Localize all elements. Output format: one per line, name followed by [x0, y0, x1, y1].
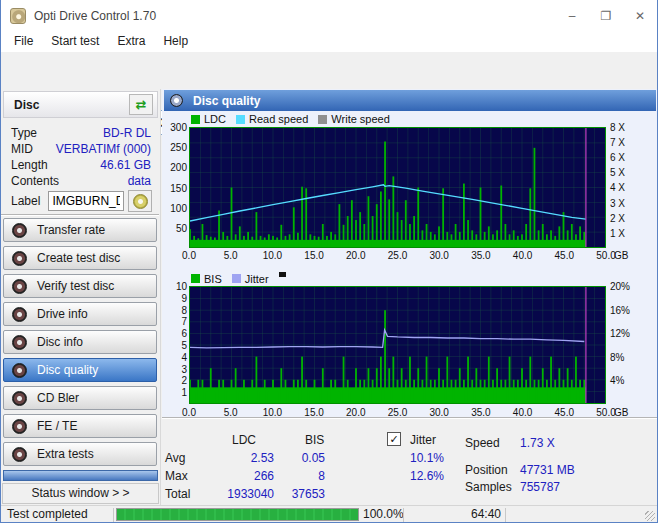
y-axis-tick: 8 X	[610, 122, 625, 133]
y-axis-tick: 200	[161, 162, 187, 173]
y-axis-tick: 250	[161, 142, 187, 153]
close-button[interactable]: ✕	[623, 1, 657, 31]
resize-grip[interactable]	[645, 511, 655, 521]
field-value: data	[128, 174, 151, 188]
disc-refresh-button[interactable]: ⇄	[129, 94, 153, 115]
cd-icon	[170, 94, 183, 107]
sidebar-item-fe-te[interactable]: FE / TE	[3, 414, 157, 438]
status-window-button[interactable]: Status window > >	[2, 483, 159, 504]
panel-title: Disc quality	[193, 94, 260, 108]
panel-header: Disc quality	[164, 90, 656, 111]
field-label: MID	[11, 142, 33, 156]
sidebar-item-verify-test-disc[interactable]: Verify test disc	[3, 274, 157, 298]
y-axis-tick: 50	[161, 223, 187, 234]
bis-jitter-chart	[189, 286, 606, 404]
sidebar-item-label: Disc info	[37, 335, 83, 349]
refresh-icon: ⇄	[136, 97, 147, 112]
minimize-button[interactable]: –	[555, 1, 589, 31]
field-value: 46.61 GB	[100, 158, 151, 172]
cd-icon	[12, 251, 27, 266]
app-icon	[10, 8, 26, 24]
sidebar-item-label: Transfer rate	[37, 223, 105, 237]
x-axis-tick: 30.0	[422, 250, 456, 261]
progress-fill	[117, 509, 358, 520]
sidebar-item-extra-tests[interactable]: Extra tests	[3, 442, 157, 466]
sidebar-item-label: CD Bler	[37, 391, 79, 405]
legend-item-ldc: LDC	[191, 113, 226, 125]
legend-label: Read speed	[249, 113, 308, 125]
samples-stat-value: 755787	[520, 480, 560, 494]
layer-break-marker-icon	[279, 272, 286, 277]
sidebar-item-cd-bler[interactable]: CD Bler	[3, 386, 157, 410]
x-axis-tick: 45.0	[547, 250, 581, 261]
legend-item-read-speed: Read speed	[236, 113, 308, 125]
statusbar-separator	[113, 508, 114, 522]
legend-swatch-icon	[236, 115, 245, 124]
disc-label-button[interactable]	[128, 190, 152, 212]
menu-bar: FileStart testExtraHelp	[1, 30, 657, 52]
jitter-checkbox[interactable]: ✓	[387, 432, 401, 446]
samples-stat-label: Samples	[465, 480, 512, 494]
bis-column-header: BIS	[305, 433, 324, 447]
y-axis-tick: 8	[161, 305, 187, 316]
stat-bis-max: 8	[277, 469, 325, 483]
sidebar-item-disc-info[interactable]: Disc info	[3, 330, 157, 354]
sidebar-item-create-test-disc[interactable]: Create test disc	[3, 246, 157, 270]
ldc-column-header: LDC	[232, 433, 256, 447]
y-axis-tick: 2	[161, 375, 187, 386]
y-axis-tick: 12%	[610, 328, 630, 339]
x-axis-tick: 25.0	[381, 250, 415, 261]
cd-icon	[12, 307, 27, 322]
stat-ldc-avg: 2.53	[202, 451, 274, 465]
sidebar-item-drive-info[interactable]: Drive info	[3, 302, 157, 326]
legend-swatch-icon	[232, 274, 241, 283]
speed-stat-value: 1.73 X	[520, 436, 555, 450]
menu-item-file[interactable]: File	[5, 32, 42, 50]
status-bar: Test completed 100.0% 64:40	[1, 505, 657, 523]
y-axis-tick: 1 X	[610, 228, 625, 239]
menu-item-help[interactable]: Help	[154, 32, 197, 50]
sidebar-item-disc-quality[interactable]: Disc quality	[3, 358, 157, 382]
cd-icon	[12, 391, 27, 406]
field-value: BD-R DL	[103, 126, 151, 140]
stat-row-label-max: Max	[165, 469, 188, 483]
position-stat-value: 47731 MB	[520, 463, 575, 477]
y-axis-tick: 8%	[610, 352, 624, 363]
legend-item-write-speed: Write speed	[318, 113, 390, 125]
menu-item-start-test[interactable]: Start test	[42, 32, 108, 50]
x-axis-tick: 0.0	[172, 250, 206, 261]
stat-bis-total: 37653	[277, 487, 325, 501]
stat-row-label-total: Total	[165, 487, 190, 501]
y-axis-tick: 3	[161, 364, 187, 375]
y-axis-tick: 4	[161, 352, 187, 363]
legend-label: BIS	[204, 273, 222, 285]
divider	[1, 214, 159, 216]
field-label: Contents	[11, 174, 59, 188]
cd-icon	[133, 194, 148, 209]
splitter-strip	[3, 470, 158, 481]
sidebar: Disc ⇄ TypeBD-R DLMIDVERBATIMf (000)Leng…	[1, 89, 161, 505]
stat-row-label-avg: Avg	[165, 451, 185, 465]
y-axis-tick: 100	[161, 203, 187, 214]
y-axis-tick: 5	[161, 340, 187, 351]
maximize-button[interactable]: ❐	[589, 1, 623, 31]
x-axis-tick: 15.0	[297, 250, 331, 261]
disc-label-input[interactable]	[48, 191, 124, 211]
stat-ldc-max: 266	[202, 469, 274, 483]
stat-jitter-max: 12.6%	[372, 469, 444, 483]
sidebar-item-transfer-rate[interactable]: Transfer rate	[3, 218, 157, 242]
y-axis-tick: 4 X	[610, 182, 625, 193]
legend-swatch-icon	[191, 274, 200, 283]
cd-icon	[12, 223, 27, 238]
y-axis-tick: 150	[161, 183, 187, 194]
position-stat-label: Position	[465, 463, 508, 477]
y-axis-tick: 2 X	[610, 213, 625, 224]
x-axis-tick: 20.0	[339, 250, 373, 261]
x-axis-unit: GB	[614, 250, 628, 261]
elapsed-time: 64:40	[404, 506, 501, 523]
sidebar-item-label: Verify test disc	[37, 279, 114, 293]
title-bar: Opti Drive Control 1.70 – ❐ ✕	[1, 0, 657, 30]
disc-label-caption: Label	[11, 194, 40, 208]
stat-bis-avg: 0.05	[277, 451, 325, 465]
menu-item-extra[interactable]: Extra	[108, 32, 154, 50]
